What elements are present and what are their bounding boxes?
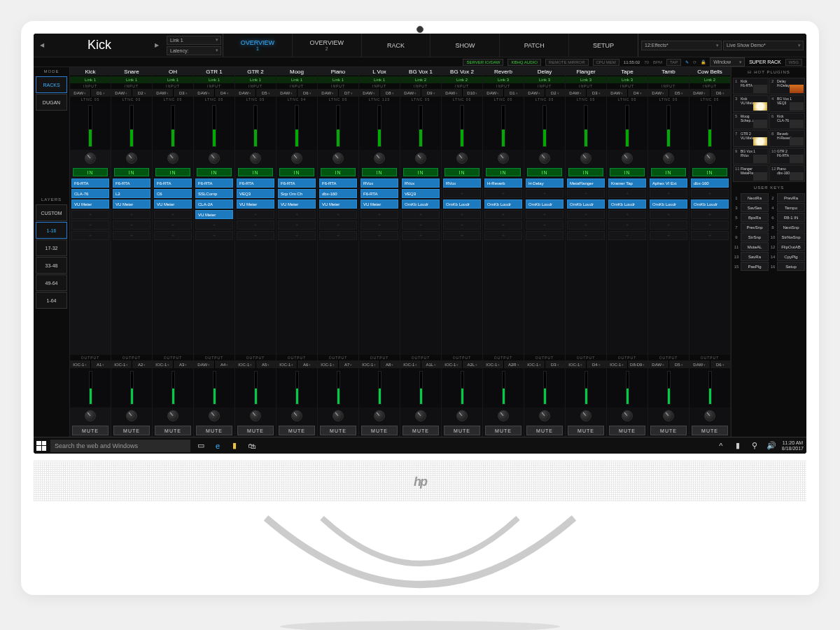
plugin-slot[interactable]: VEQ3 <box>237 189 274 198</box>
window-dropdown[interactable]: Window <box>710 57 745 66</box>
plugin-slot[interactable]: F6-RTA <box>319 178 357 188</box>
latency-dropdown[interactable]: Latency: <box>167 46 221 55</box>
output-gain-knob[interactable] <box>332 410 344 421</box>
plugin-slot[interactable]: Scp Om Ch <box>278 189 316 198</box>
output-route[interactable]: IOC-1A2L <box>442 360 482 368</box>
in-button[interactable]: IN <box>486 168 521 176</box>
nav-overview-1[interactable]: OVERVIEW1 <box>223 34 293 57</box>
plugin-slot[interactable]: L2 <box>113 189 150 198</box>
plugin-slot-empty[interactable]: + <box>113 220 150 230</box>
output-route[interactable]: IOC-1A7 <box>318 360 358 368</box>
output-route[interactable]: IOC-1A2R <box>483 360 524 368</box>
nav-show[interactable]: SHOW <box>430 34 500 57</box>
hot-plugin-6[interactable]: 6KickCLA-76 <box>769 113 805 130</box>
plugin-slot-empty[interactable]: + <box>319 220 357 230</box>
plugin-slot-empty[interactable]: + <box>650 231 687 240</box>
plugin-slot[interactable]: VU Meter <box>360 200 398 209</box>
channel-reverb[interactable]: ReverbLink 3INPUTDAWD1LTNC 05INH-Reverb+… <box>483 67 524 437</box>
plugin-slot-empty[interactable]: + <box>608 210 646 219</box>
plugin-slot-empty[interactable]: + <box>319 210 357 219</box>
plugin-slot[interactable]: F6-RTA <box>154 178 192 188</box>
plugin-slot-empty[interactable]: + <box>526 220 564 230</box>
user-key-4[interactable]: Tempo <box>777 203 805 212</box>
output-route[interactable]: IOC-1A6 <box>276 360 317 368</box>
plugin-slot-empty[interactable]: + <box>319 231 357 240</box>
channel-name[interactable]: Reverb <box>483 67 524 76</box>
plugin-slot-empty[interactable]: + <box>360 210 398 219</box>
hot-plugin-3[interactable]: 3KickVU Meter <box>733 95 769 112</box>
plugin-slot-empty[interactable]: + <box>113 231 150 240</box>
nav-setup[interactable]: SETUP <box>569 34 638 57</box>
output-gain-knob[interactable] <box>415 410 426 421</box>
plugin-slot-empty[interactable]: + <box>278 220 316 230</box>
plugin-slot-empty[interactable]: + <box>443 220 481 230</box>
input-gain-knob[interactable] <box>580 153 592 164</box>
output-gain-knob[interactable] <box>167 410 178 421</box>
input-gain-knob[interactable] <box>663 153 674 164</box>
in-button[interactable]: IN <box>73 168 108 176</box>
mute-button[interactable]: MUTE <box>320 426 356 435</box>
channel-link[interactable]: Link 3 <box>483 76 524 83</box>
volume-icon[interactable]: 🔊 <box>765 440 778 452</box>
channel-name[interactable]: L Vox <box>359 67 400 76</box>
plugin-slot[interactable]: VU Meter <box>237 200 274 209</box>
in-button[interactable]: IN <box>114 168 149 176</box>
plugin-slot-empty[interactable]: + <box>608 189 646 198</box>
plugin-slot[interactable]: F6-RTA <box>278 178 316 188</box>
wifi-icon[interactable]: ⚲ <box>748 440 761 452</box>
user-key-7[interactable]: PrevSnp <box>741 223 769 232</box>
user-key-6[interactable]: R8-1 IN <box>777 213 805 222</box>
plugin-slot-empty[interactable]: + <box>567 231 605 240</box>
channel-link[interactable]: Link 2 <box>400 76 441 83</box>
output-route[interactable]: IOC-1A1 <box>70 360 111 368</box>
input-route[interactable]: DAWD2 <box>111 89 152 97</box>
taskbar-search[interactable]: Search the web and Windows <box>50 440 190 452</box>
mute-button[interactable]: MUTE <box>609 426 645 435</box>
plugin-slot[interactable]: MetaFlanger <box>567 178 605 188</box>
hot-plugin-9[interactable]: 9BG Vox 1RVox <box>733 148 769 164</box>
plugin-slot[interactable]: RVox <box>360 178 398 188</box>
plugin-slot[interactable]: F6-RTA <box>195 178 233 188</box>
plugin-slot-empty[interactable]: + <box>691 210 729 219</box>
channel-snare[interactable]: SnareLink 1INPUTDAWD2LTNC 05INF6-RTAL2VU… <box>111 67 153 437</box>
input-gain-knob[interactable] <box>415 153 426 164</box>
user-key-1[interactable]: NextRa <box>741 193 769 202</box>
channel-gtr-2[interactable]: GTR 2Link 1INPUTDAWD5LTNC 05INF6-RTAVEQ3… <box>235 67 276 437</box>
plugin-slot-empty[interactable]: + <box>691 189 729 198</box>
plugin-slot-empty[interactable]: + <box>608 220 646 230</box>
plugin-slot-empty[interactable]: + <box>484 220 522 230</box>
plugin-slot[interactable]: OmKb Loudr <box>484 200 522 209</box>
output-route[interactable]: IOC-1A1L <box>400 360 441 368</box>
input-route[interactable]: DAWD5 <box>648 89 689 97</box>
channel-link[interactable]: Link 2 <box>442 76 482 83</box>
lock-icon[interactable]: 🔒 <box>701 59 706 64</box>
user-key-8[interactable]: NextSnp <box>777 223 805 232</box>
plugin-slot-empty[interactable]: + <box>402 210 440 219</box>
channel-l-vox[interactable]: L VoxLink 1INPUTDAWD8LTNC 125INRVoxF6-RT… <box>359 67 400 437</box>
mute-button[interactable]: MUTE <box>196 426 232 435</box>
channel-name[interactable]: Moog <box>276 67 317 76</box>
plugin-slot[interactable]: VU Meter <box>319 200 357 209</box>
plugin-slot[interactable]: OmKb Loudr <box>608 200 646 209</box>
input-route[interactable]: DAWD5 <box>235 89 276 97</box>
plugin-slot[interactable]: VU Meter <box>278 200 316 209</box>
mute-button[interactable]: MUTE <box>485 426 522 435</box>
plugin-slot-empty[interactable]: + <box>443 210 481 219</box>
plugin-slot[interactable]: F6-RTA <box>360 189 398 198</box>
input-gain-knob[interactable] <box>250 153 261 164</box>
plugin-slot[interactable]: OmKb Loudr <box>526 200 564 209</box>
channel-oh[interactable]: OHLink 1INPUTDAWD3LTNC 05INF6-RTAC6VU Me… <box>153 67 194 437</box>
hot-plugin-12[interactable]: 12Pianodbx-160 <box>769 165 805 182</box>
start-button[interactable] <box>36 441 46 451</box>
plugin-slot-empty[interactable]: + <box>567 189 605 198</box>
channel-link[interactable]: Link 2 <box>690 76 730 83</box>
plugin-slot[interactable]: F6-RTA <box>113 178 150 188</box>
plugin-slot-empty[interactable]: + <box>691 220 729 230</box>
input-gain-knob[interactable] <box>704 153 715 164</box>
mute-button[interactable]: MUTE <box>237 426 274 435</box>
output-route[interactable]: DAWD5 <box>648 360 689 368</box>
input-route[interactable]: DAWD9 <box>400 89 441 97</box>
channel-link[interactable]: Link 1 <box>111 76 152 83</box>
output-route[interactable]: IOC-1D4 <box>566 360 606 368</box>
autosave-icon[interactable]: ⟳ <box>693 59 696 64</box>
